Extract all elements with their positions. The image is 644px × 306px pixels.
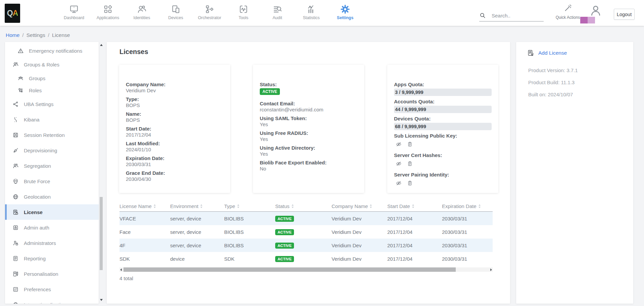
logout-button[interactable]: Logout	[614, 9, 635, 20]
identities-icon	[137, 4, 147, 14]
nav-applications[interactable]: Applications	[91, 0, 125, 26]
nav-label: Settings	[337, 15, 353, 20]
sidebar-item-preferences[interactable]: Preferences	[5, 282, 99, 297]
column-header-expiration-date[interactable]: Expiration Date	[442, 203, 493, 209]
breadcrumb-separator: /	[48, 32, 49, 38]
page-title: Licenses	[119, 48, 148, 56]
copy-icon[interactable]	[407, 180, 413, 186]
app-logo[interactable]: Q A	[5, 4, 20, 23]
column-header-status[interactable]: Status	[275, 203, 332, 209]
nav-dashboard[interactable]: Dashboard	[57, 0, 91, 26]
add-license-icon	[527, 49, 534, 56]
warning-triangle-icon	[17, 48, 24, 54]
license-status-card: Status: ACTIVE Contact Email:rconstantin…	[253, 65, 364, 193]
eye-off-icon[interactable]	[396, 180, 402, 186]
sidebar-item-license[interactable]: License	[5, 204, 99, 220]
scrollbar-thumb[interactable]	[100, 197, 103, 270]
cell-status: ACTIVE	[275, 229, 332, 235]
scroll-right-arrow-icon[interactable]	[490, 268, 492, 271]
table-row[interactable]: Face server, device BIOLIBS ACTIVE Verid…	[119, 225, 493, 239]
sidebar-item-kibana[interactable]: Kibana	[5, 112, 99, 127]
breadcrumb-home-link[interactable]: Home	[6, 32, 19, 38]
nav-orchestrator[interactable]: Orchestrator	[193, 0, 227, 26]
table-row[interactable]: 4F server, device BIOLIBS ACTIVE Veridiu…	[119, 239, 493, 252]
sidebar-item-label: Roles	[29, 88, 42, 93]
sidebar-item-groups-roles[interactable]: Groups & Roles	[5, 57, 99, 72]
copy-icon[interactable]	[407, 161, 413, 167]
sidebar-item-label: License	[24, 209, 43, 215]
group-icon	[17, 75, 24, 82]
cell-type: BIOLIBS	[224, 229, 275, 235]
cell-company: Veridium Dev	[332, 229, 387, 235]
kibana-icon	[12, 116, 19, 123]
cell-license-name: SDK	[119, 256, 170, 262]
sidebar-item-geolocation[interactable]: Geolocation	[5, 189, 99, 204]
cell-company: Veridium Dev	[332, 256, 387, 262]
nav-identities[interactable]: Identities	[125, 0, 159, 26]
sidebar-item-deprovisioning[interactable]: Deprovisioning	[5, 143, 99, 158]
sidebar-item-administrators[interactable]: Administrators	[5, 235, 99, 251]
eye-off-icon[interactable]	[396, 161, 402, 167]
sidebar-item-sms-templates[interactable]: SMS templates	[5, 42, 99, 45]
scroll-left-arrow-icon[interactable]	[120, 268, 122, 271]
nav-settings[interactable]: Settings	[328, 0, 362, 26]
nav-label: Identities	[133, 15, 150, 20]
scroll-down-arrow-icon[interactable]	[100, 299, 103, 301]
cell-status: ACTIVE	[275, 242, 332, 249]
sidebar-item-label: Groups & Roles	[24, 62, 59, 67]
nav-statistics[interactable]: Statistics	[294, 0, 328, 26]
field-label: Company Name:	[126, 82, 224, 88]
table-horizontal-scrollbar[interactable]	[119, 267, 493, 272]
field-label: Contact Email:	[260, 101, 357, 107]
field-value: BOPS	[126, 102, 224, 108]
devices-icon	[170, 4, 181, 14]
scroll-up-arrow-icon[interactable]	[100, 44, 103, 46]
search-icon[interactable]	[479, 12, 486, 19]
column-header-start-date[interactable]: Start Date	[387, 203, 442, 209]
field-value: 2030/03/31	[126, 161, 224, 167]
broom-icon	[12, 147, 19, 154]
book-pencil-icon	[12, 271, 19, 277]
eye-off-icon[interactable]	[396, 141, 402, 147]
quota-label: Accounts Quota:	[394, 99, 492, 105]
cell-type: SDK	[224, 256, 275, 262]
sidebar-item-emergency-notifications[interactable]: Emergency notifications	[5, 45, 99, 57]
sidebar-item-segregation[interactable]: Segregation	[5, 158, 99, 173]
sidebar-item-internationalization[interactable]: Internationalization	[5, 297, 99, 304]
field-label: Status:	[260, 82, 357, 88]
column-header-company-name[interactable]: Company Name	[332, 203, 387, 209]
nav-audit[interactable]: Audit	[260, 0, 294, 26]
sidebar-item-label: Preferences	[24, 287, 51, 292]
statistics-icon	[306, 4, 316, 14]
cell-company: Veridium Dev	[332, 243, 387, 248]
nav-tools[interactable]: Tools	[227, 0, 260, 26]
scrollbar-thumb[interactable]	[123, 267, 456, 272]
sidebar-item-personalisation[interactable]: Personalisation	[5, 266, 99, 282]
quick-actions-button[interactable]: Quick Actions	[554, 3, 582, 20]
column-header-type[interactable]: Type	[224, 203, 275, 209]
column-header-environment[interactable]: Environment	[170, 203, 224, 209]
sidebar-scrollbar[interactable]	[99, 42, 103, 304]
nav-label: Audit	[273, 15, 282, 20]
sidebar-item-groups[interactable]: Groups	[5, 72, 99, 84]
sidebar-item-brute-force[interactable]: Brute Force	[5, 173, 99, 189]
cell-status: ACTIVE	[275, 215, 332, 222]
logo-letter-a: A	[13, 9, 18, 18]
sidebar-item-roles[interactable]: Roles	[5, 84, 99, 96]
nav-devices[interactable]: Devices	[159, 0, 193, 26]
sidebar-item-reporting[interactable]: Reporting	[5, 251, 99, 266]
search-input[interactable]	[492, 13, 542, 18]
sidebar-item-session-retention[interactable]: Session Retention	[5, 127, 99, 143]
cell-expiration-date: 2030/03/31	[442, 216, 493, 221]
sidebar-item-admin-auth[interactable]: Admin auth	[5, 220, 99, 235]
copy-icon[interactable]	[407, 141, 413, 147]
column-header-license-name[interactable]: License Name	[119, 203, 170, 209]
table-row[interactable]: SDK device SDK ACTIVE Veridium Dev 2017/…	[119, 252, 493, 265]
breadcrumb: Home / Settings / License	[6, 32, 70, 39]
sidebar-item-uba-settings[interactable]: UBA Settings	[5, 96, 99, 112]
add-license-button[interactable]: Add License	[527, 49, 567, 56]
sidebar-item-label: Internationalization	[24, 302, 66, 304]
table-total-count: 4 total	[119, 275, 133, 281]
table-row[interactable]: VFACE server, device BIOLIBS ACTIVE Veri…	[119, 212, 493, 225]
user-avatar-icon[interactable]	[589, 4, 602, 17]
